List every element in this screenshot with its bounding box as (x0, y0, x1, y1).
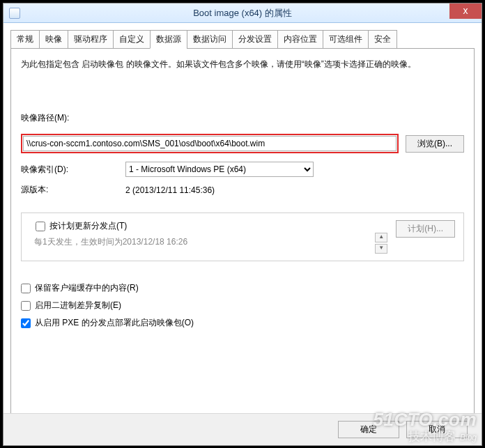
tab-optional[interactable]: 可选组件 (323, 30, 368, 49)
source-version-value: 2 (2013/12/11 11:45:36) (125, 185, 215, 195)
browse-button[interactable]: 浏览(B)... (406, 135, 464, 153)
schedule-box: 按计划更新分发点(T) 每1天发生，生效时间为2013/12/18 16:26 … (21, 213, 464, 261)
schedule-checkbox[interactable] (36, 222, 45, 231)
image-path-label: 映像路径(M): (21, 112, 69, 124)
image-index-label: 映像索引(D): (21, 164, 125, 176)
schedule-checkbox-row: 按计划更新分发点(T) (30, 220, 367, 232)
tab-dataaccess[interactable]: 数据访问 (187, 30, 232, 49)
pxe-deploy-checkbox[interactable] (21, 318, 31, 328)
pxe-deploy-label: 从启用 PXE 的分发点部署此启动映像包(O) (35, 317, 194, 329)
binary-diff-row: 启用二进制差异复制(E) (21, 300, 464, 311)
tab-panel: 为此包指定包含 启动映像包 的映像文件。如果该文件包含多个映像，请使用“映像”选… (10, 48, 475, 424)
spin-up-icon[interactable]: ▲ (375, 233, 387, 242)
pxe-deploy-row: 从启用 PXE 的分发点部署此启动映像包(O) (21, 317, 464, 329)
tab-drivers[interactable]: 驱动程序 (68, 30, 113, 49)
binary-diff-label: 启用二进制差异复制(E) (35, 300, 121, 311)
tab-image[interactable]: 映像 (39, 30, 68, 49)
dialog-window: Boot image (x64) 的属性 x 常规 映像 驱动程序 自定义 数据… (3, 3, 482, 446)
close-button[interactable]: x (449, 3, 482, 19)
schedule-button: 计划(H)... (396, 220, 455, 238)
keep-cache-row: 保留客户端缓存中的内容(R) (21, 282, 464, 294)
window-title: Boot image (x64) 的属性 (3, 7, 482, 20)
schedule-spinners: ▲ ▼ (375, 233, 387, 254)
tab-datasource[interactable]: 数据源 (150, 30, 187, 49)
tab-general[interactable]: 常规 (10, 30, 39, 49)
schedule-checkbox-label: 按计划更新分发点(T) (49, 220, 127, 232)
tab-contentloc[interactable]: 内容位置 (277, 30, 323, 49)
schedule-text: 每1天发生，生效时间为2013/12/18 16:26 (30, 236, 367, 248)
cancel-button[interactable]: 取消 (406, 421, 468, 438)
keep-cache-checkbox[interactable] (21, 284, 31, 293)
tab-distribution[interactable]: 分发设置 (232, 30, 277, 49)
tab-custom[interactable]: 自定义 (113, 30, 150, 49)
dialog-button-bar: 确定 取消 (3, 413, 482, 445)
binary-diff-checkbox[interactable] (21, 301, 31, 311)
titlebar: Boot image (x64) 的属性 x (3, 3, 482, 23)
keep-cache-label: 保留客户端缓存中的内容(R) (35, 282, 139, 294)
tab-strip: 常规 映像 驱动程序 自定义 数据源 数据访问 分发设置 内容位置 可选组件 安… (10, 30, 475, 49)
description-text: 为此包指定包含 启动映像包 的映像文件。如果该文件包含多个映像，请使用“映像”选… (21, 59, 464, 70)
source-version-label: 源版本: (21, 184, 125, 196)
ok-button[interactable]: 确定 (338, 421, 399, 438)
image-path-highlight (21, 134, 399, 153)
image-path-input[interactable] (23, 136, 397, 151)
tab-security[interactable]: 安全 (368, 30, 397, 49)
image-index-select[interactable]: 1 - Microsoft Windows PE (x64) (125, 162, 314, 177)
spin-down-icon[interactable]: ▼ (375, 244, 387, 254)
